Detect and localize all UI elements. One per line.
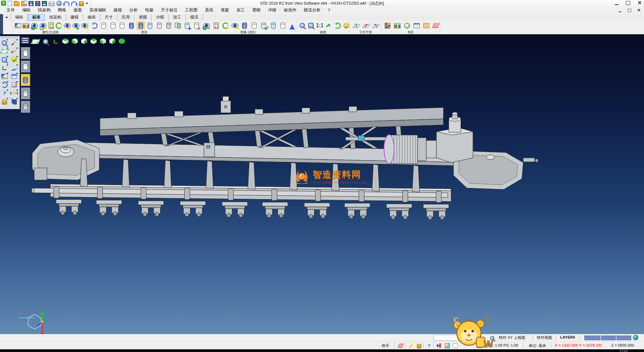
view-right-icon[interactable] [109,38,116,45]
menu-edit[interactable]: 编辑 [18,7,34,14]
close-button[interactable] [638,1,641,4]
layer-color-bar-2[interactable] [601,336,616,340]
menu-modeling[interactable]: 建模 [110,7,126,14]
help-question-icon[interactable]: ? [0,89,9,97]
triad-icon[interactable] [52,38,60,46]
view-left-icon[interactable] [99,38,107,45]
search-input[interactable] [434,335,471,341]
menu-window[interactable]: 视窗 [217,7,233,14]
tabrow-dropdown-icon[interactable] [3,14,11,21]
shaded-mode-icon[interactable] [128,21,136,30]
tab-application[interactable]: 应用 [117,14,135,21]
units-label[interactable]: 单位: 毫米 [529,343,546,348]
globe-icon[interactable] [633,335,639,340]
system-options-icon[interactable] [403,21,411,30]
add-shading-icon[interactable] [183,21,191,30]
view-back-icon[interactable] [90,38,97,45]
tab-mould[interactable]: 塑膜 [135,14,152,21]
menu-mesh[interactable]: 网格 [54,7,70,14]
doc-close-button[interactable] [637,9,640,11]
dynamic-zoom-icon[interactable] [42,38,50,46]
menu-progress[interactable]: 冲模 [264,7,280,14]
zoom-inout-icon[interactable] [0,56,9,63]
hide-entities-icon[interactable] [40,21,47,30]
view-mode-label[interactable]: 绝对 XY 上视图 [499,335,525,340]
menu-dimension[interactable]: 尺寸标注 [157,7,181,14]
adv-wire-icon[interactable] [250,21,258,30]
shaded-edges-mode-icon[interactable] [137,21,145,30]
zoom-1to1-icon[interactable]: 1:1 [316,21,323,30]
layer-color-bar-3[interactable] [616,336,631,340]
menu-system[interactable]: 系统 [201,7,217,14]
tab-modeling[interactable]: 建模 [66,14,83,21]
menu-help[interactable]: ? [324,7,334,13]
save-view-icon[interactable] [10,98,18,105]
rotate-view-icon[interactable] [334,21,341,30]
filter-check-icon[interactable] [10,56,18,63]
hamburger-menu-icon[interactable] [21,37,30,44]
transparent-mode-icon[interactable] [146,21,154,30]
view-cube-icon[interactable] [444,343,450,348]
show-entities-icon[interactable] [31,21,38,30]
view-bottom-icon[interactable] [71,38,78,45]
compare-shading-icon[interactable] [174,21,182,30]
zoom-spray-icon[interactable] [0,39,9,47]
adv-validate-icon[interactable] [260,21,267,30]
import-arrow-icon[interactable] [436,343,442,348]
menu-file[interactable]: 文件 [3,7,18,14]
adv-shaded-icon[interactable] [241,21,249,30]
mode-hidden-line-button[interactable] [21,60,30,73]
wcs-axis-icon[interactable] [0,64,9,72]
attribute-brush-icon[interactable] [15,21,21,30]
abs-view-label[interactable]: 绝对视图 [537,335,552,340]
select-window-icon[interactable] [0,47,9,55]
solid-cube-icon[interactable] [10,81,18,89]
search-icon[interactable] [489,335,495,341]
selection-plane-icon[interactable] [32,38,40,46]
adv-ghost-icon[interactable] [279,21,286,30]
view-iso-icon[interactable] [118,38,125,45]
window-config-icon[interactable] [413,21,421,30]
tab-standard[interactable]: 标准 [28,14,45,21]
workplane-grid-icon[interactable] [476,343,482,348]
color-palette-icon[interactable] [384,21,392,30]
view-front-icon[interactable] [80,38,88,45]
viewport-3d[interactable]: ? 智造资料网 HTTP: [0,34,644,334]
refresh-view-icon[interactable] [0,81,9,89]
pencil-delete-icon[interactable] [10,39,18,47]
mode-flat-button[interactable] [21,87,30,99]
snap-hand-icon[interactable] [422,21,430,30]
tab-flow[interactable]: 模流 [186,14,203,21]
hide-all-icon[interactable] [81,21,88,30]
lock-label[interactable]: 拴牢 [382,343,389,348]
zoom-window-icon[interactable] [307,21,314,30]
grid-settings-icon[interactable] [432,21,440,30]
adv-show-icon[interactable] [203,21,210,30]
mode-wireframe-button[interactable] [21,47,30,59]
tab-edit[interactable]: 编辑 [11,14,28,21]
tab-progress[interactable]: 冲模 [152,14,169,21]
menu-wireframe[interactable]: 线架构 [34,7,54,14]
blue-grid-icon[interactable] [10,73,18,80]
minimize-button[interactable] [615,1,619,5]
workplane-align-icon[interactable] [362,21,370,30]
menu-surface[interactable]: 曲面 [70,7,86,14]
layer-label[interactable]: LAYER0 [560,335,575,339]
doc-restore-button[interactable] [628,9,631,12]
menu-drafting[interactable]: 工程图 [181,7,202,14]
workplane-set-icon[interactable] [352,21,360,30]
hidden-line-mode-icon[interactable] [109,21,117,30]
workplane-entity-icon[interactable] [372,21,380,30]
wireframe-mode-icon[interactable] [100,21,108,30]
mode-hatch-button[interactable] [21,101,30,113]
menu-machining[interactable]: 加工 [233,7,249,14]
palette-orange-icon[interactable] [0,98,9,105]
menu-standard-parts[interactable]: 标准件 [280,7,300,14]
adv-cone-icon[interactable] [288,21,296,30]
tab-wireframe[interactable]: 线架构 [45,14,66,21]
zoom-extent-icon[interactable] [299,21,306,30]
remove-shading-icon[interactable] [193,21,200,30]
flat-mode-icon[interactable] [156,21,163,30]
measure-icon[interactable] [10,89,18,97]
toggle-visibility-icon[interactable] [64,21,71,30]
